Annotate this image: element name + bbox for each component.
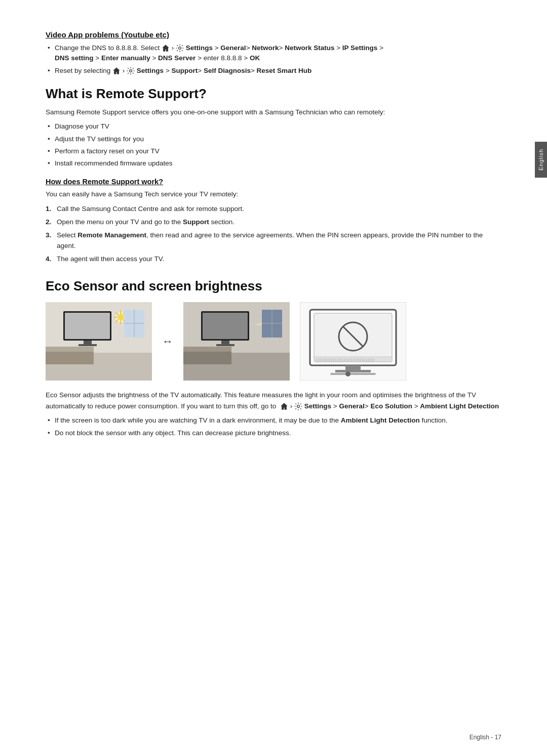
svg-rect-7 xyxy=(84,341,92,345)
eco-body-arrow: › xyxy=(290,402,293,410)
eco-sensor-section: Eco Sensor and screen brightness xyxy=(46,278,501,438)
rs-step-1: 1. Call the Samsung Contact Centre and a… xyxy=(46,204,501,214)
video-app-bullet-1: Change the DNS to 8.8.8.8. Select › Sett… xyxy=(46,43,501,64)
remote-support-heading: What is Remote Support? xyxy=(46,86,501,102)
remote-support-steps: 1. Call the Samsung Contact Centre and a… xyxy=(46,204,501,264)
page-number: English - 17 xyxy=(470,734,501,741)
svg-point-43 xyxy=(297,405,300,408)
step-2-text: Open the menu on your TV and go to the S… xyxy=(57,218,235,226)
step-1-num: 1. xyxy=(46,204,51,214)
page-container: English Video App problems (Youtube etc)… xyxy=(0,0,547,756)
svg-rect-24 xyxy=(203,313,248,339)
eco-bullet-1: If the screen is too dark while you are … xyxy=(46,415,501,426)
svg-point-42 xyxy=(345,371,350,376)
bullet1-arrow: › xyxy=(172,44,174,52)
home-icon-3 xyxy=(280,402,288,410)
rs-step-3: 3. Select Remote Management, then read a… xyxy=(46,230,501,251)
home-icon-2 xyxy=(112,67,121,75)
video-app-bullet-2: Reset by selecting › Settings > Support>… xyxy=(46,66,501,76)
settings-icon-1 xyxy=(176,44,184,52)
rs-bullet-2: Adjust the TV settings for you xyxy=(46,134,501,144)
video-app-section: Video App problems (Youtube etc) Change … xyxy=(46,30,501,76)
rs-step-2: 2. Open the menu on your TV and go to th… xyxy=(46,217,501,227)
eco-arrow: ↔ xyxy=(162,335,173,348)
rs-bullet-1: Diagnose your TV xyxy=(46,121,501,132)
svg-rect-41 xyxy=(330,373,376,375)
step-4-num: 4. xyxy=(46,254,51,264)
svg-rect-6 xyxy=(65,313,110,339)
eco-b1-before: If the screen is too dark while you are … xyxy=(55,416,448,424)
eco-image-3: |||||||||||||||||||||||||||||||| xyxy=(300,302,406,381)
step-4-text: The agent will then access your TV. xyxy=(57,255,164,263)
bullet1-path1: Settings > General> Network> Network Sta… xyxy=(186,44,383,52)
bullet2-path: Settings > Support> Self Diagnosis> Rese… xyxy=(137,67,312,74)
eco-b2: Do not block the sensor with any object.… xyxy=(55,429,291,437)
svg-point-1 xyxy=(130,70,132,72)
svg-point-0 xyxy=(179,47,181,50)
svg-rect-38 xyxy=(335,370,371,372)
bullet2-arrow: › xyxy=(123,67,125,74)
step-3-text: Select Remote Management, then read and … xyxy=(57,231,483,249)
eco-path: Settings xyxy=(304,402,331,410)
video-app-bullets: Change the DNS to 8.8.8.8. Select › Sett… xyxy=(46,43,501,76)
video-app-heading: Video App problems (Youtube etc) xyxy=(46,30,501,39)
rs-step-4: 4. The agent will then access your TV. xyxy=(46,254,501,264)
rs-bullet-4: Install recommended firmware updates xyxy=(46,158,501,169)
step-2-num: 2. xyxy=(46,217,51,227)
bullet2-prefix: Reset by selecting xyxy=(55,67,112,74)
remote-support-bullets: Diagnose your TV Adjust the TV settings … xyxy=(46,121,501,169)
bullet1-indent: DNS setting > Enter manually > DNS Serve… xyxy=(55,54,260,62)
bullet1-prefix: Change the DNS to 8.8.8.8. Select xyxy=(55,44,162,52)
step-1-text: Call the Samsung Contact Centre and ask … xyxy=(57,205,244,213)
eco-image-2 xyxy=(183,302,290,381)
svg-rect-37 xyxy=(345,365,361,370)
svg-rect-26 xyxy=(216,344,235,346)
home-icon xyxy=(162,44,170,52)
eco-bullet-2: Do not block the sensor with any object.… xyxy=(46,428,501,438)
remote-support-intro: Samsung Remote Support service offers yo… xyxy=(46,107,501,118)
svg-point-16 xyxy=(118,315,123,320)
eco-images-row: ↔ xyxy=(46,302,501,381)
settings-icon-3 xyxy=(294,402,302,410)
eco-body-text: Eco Sensor adjusts the brightness of the… xyxy=(46,390,501,411)
eco-bullets: If the screen is too dark while you are … xyxy=(46,415,501,438)
step-3-num: 3. xyxy=(46,230,51,240)
rs-bullet-3: Perform a factory reset on your TV xyxy=(46,146,501,156)
eco-image-1 xyxy=(46,302,152,381)
settings-icon-2 xyxy=(127,67,135,75)
svg-rect-28 xyxy=(183,347,231,352)
svg-rect-27 xyxy=(183,350,231,364)
svg-rect-8 xyxy=(79,344,97,346)
eco-sensor-heading: Eco Sensor and screen brightness xyxy=(46,278,501,294)
remote-support-section: What is Remote Support? Samsung Remote S… xyxy=(46,86,501,264)
svg-rect-9 xyxy=(46,350,94,364)
svg-rect-25 xyxy=(221,341,229,345)
svg-rect-10 xyxy=(46,347,94,352)
how-remote-support-heading: How does Remote Support work? xyxy=(46,178,501,186)
svg-text:||||||||||||||||||||||||||||||: |||||||||||||||||||||||||||||||| xyxy=(316,358,375,362)
side-tab: English xyxy=(535,142,547,178)
eco-path-rest: > General> Eco Solution > Ambient Light … xyxy=(331,402,499,410)
how-remote-support-intro: You can easily have a Samsung Tech servi… xyxy=(46,189,501,200)
